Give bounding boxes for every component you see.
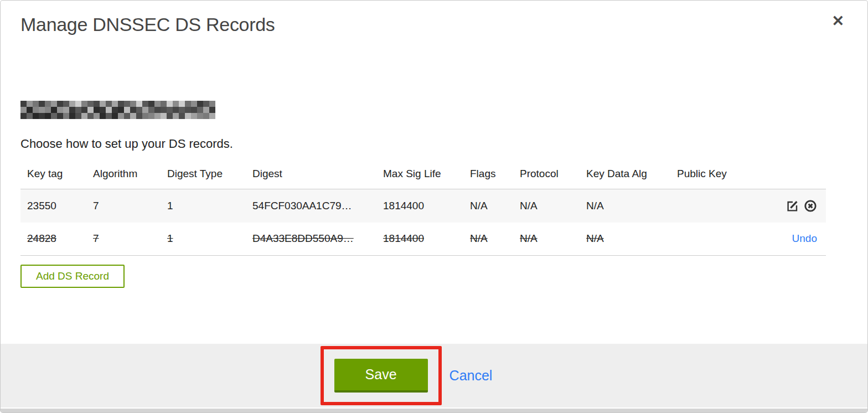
cell-actions — [776, 189, 826, 223]
cell-digest-type: 1 — [161, 223, 246, 256]
cell-public-key — [670, 189, 776, 223]
cell-algorithm: 7 — [86, 189, 161, 223]
cell-protocol: N/A — [513, 223, 580, 256]
cell-max-sig-life: 1814400 — [376, 189, 463, 223]
col-header-actions — [776, 164, 826, 189]
cell-digest: D4A33E8DD550A9… — [246, 223, 376, 256]
col-header-key-data-alg: Key Data Alg — [580, 164, 670, 189]
close-icon[interactable]: ✕ — [829, 12, 846, 31]
save-button[interactable]: Save — [334, 359, 428, 393]
cell-key-tag: 24828 — [20, 223, 86, 256]
delete-icon — [804, 199, 817, 213]
col-header-max-sig-life: Max Sig Life — [376, 164, 463, 189]
domain-name-redacted — [20, 101, 215, 119]
annotation-highlight-box: Save — [321, 346, 442, 405]
modal-footer: Save Cancel — [1, 344, 867, 407]
edit-icon — [786, 199, 799, 213]
col-header-public-key: Public Key — [670, 164, 776, 189]
undo-link[interactable]: Undo — [792, 233, 817, 244]
add-ds-record-button[interactable]: Add DS Record — [20, 265, 125, 288]
col-header-key-tag: Key tag — [20, 164, 86, 189]
cell-key-tag: 23550 — [20, 189, 86, 223]
cell-max-sig-life: 1814400 — [376, 223, 463, 256]
col-header-digest-type: Digest Type — [161, 164, 246, 189]
table-row-deleted: 24828 7 1 D4A33E8DD550A9… 1814400 N/A N/… — [20, 223, 826, 256]
cell-flags: N/A — [463, 223, 513, 256]
cell-key-data-alg: N/A — [580, 223, 670, 256]
cell-actions: Undo — [776, 223, 826, 256]
cancel-link[interactable]: Cancel — [450, 368, 493, 384]
col-header-digest: Digest — [246, 164, 376, 189]
cell-algorithm: 7 — [86, 223, 161, 256]
cell-public-key — [670, 223, 776, 256]
col-header-protocol: Protocol — [513, 164, 580, 189]
manage-dnssec-modal: Manage DNSSEC DS Records ✕ Choose how to… — [0, 0, 868, 413]
cell-flags: N/A — [463, 189, 513, 223]
instruction-text: Choose how to set up your DS records. — [20, 137, 867, 151]
delete-record-button[interactable] — [804, 199, 817, 213]
table-header-row: Key tag Algorithm Digest Type Digest Max… — [20, 164, 826, 189]
ds-records-table: Key tag Algorithm Digest Type Digest Max… — [20, 164, 826, 256]
footer-actions: Save Cancel — [321, 346, 493, 405]
col-header-algorithm: Algorithm — [86, 164, 161, 189]
cell-digest: 54FCF030AA1C79… — [246, 189, 376, 223]
page-title: Manage DNSSEC DS Records — [20, 14, 867, 35]
background-content-strip — [1, 407, 867, 412]
cell-digest-type: 1 — [161, 189, 246, 223]
cell-key-data-alg: N/A — [580, 189, 670, 223]
col-header-flags: Flags — [463, 164, 513, 189]
cell-protocol: N/A — [513, 189, 580, 223]
edit-record-button[interactable] — [786, 199, 799, 213]
table-row-active: 23550 7 1 54FCF030AA1C79… 1814400 N/A N/… — [20, 189, 826, 223]
